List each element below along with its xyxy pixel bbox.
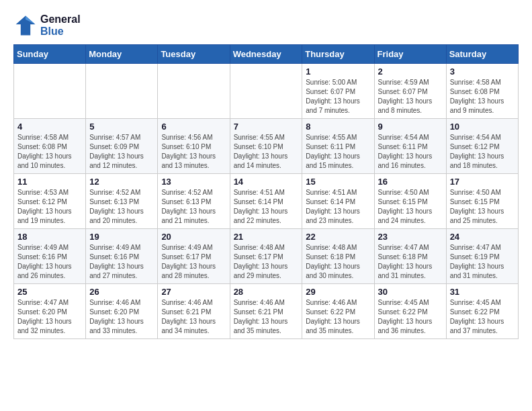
day-info: Sunrise: 4:58 AM Sunset: 6:08 PM Dayligh… bbox=[450, 78, 515, 116]
logo: General Blue bbox=[13, 13, 81, 38]
weekday-header: Tuesday bbox=[158, 45, 230, 64]
day-info: Sunrise: 4:50 AM Sunset: 6:15 PM Dayligh… bbox=[378, 188, 443, 226]
day-info: Sunrise: 4:49 AM Sunset: 6:16 PM Dayligh… bbox=[17, 243, 82, 281]
calendar-day-cell: 24Sunrise: 4:47 AM Sunset: 6:19 PM Dayli… bbox=[446, 229, 518, 284]
calendar-day-cell: 16Sunrise: 4:50 AM Sunset: 6:15 PM Dayli… bbox=[374, 174, 446, 229]
weekday-header: Thursday bbox=[302, 45, 374, 64]
calendar-day-cell: 27Sunrise: 4:46 AM Sunset: 6:21 PM Dayli… bbox=[158, 284, 230, 339]
calendar-day-cell: 19Sunrise: 4:49 AM Sunset: 6:16 PM Dayli… bbox=[86, 229, 158, 284]
day-info: Sunrise: 4:51 AM Sunset: 6:14 PM Dayligh… bbox=[306, 188, 370, 226]
day-number: 17 bbox=[450, 177, 515, 187]
calendar-day-cell bbox=[14, 64, 86, 119]
day-number: 14 bbox=[234, 177, 299, 187]
day-info: Sunrise: 4:45 AM Sunset: 6:22 PM Dayligh… bbox=[378, 298, 443, 336]
calendar-day-cell: 30Sunrise: 4:45 AM Sunset: 6:22 PM Dayli… bbox=[374, 284, 446, 339]
calendar-day-cell: 22Sunrise: 4:48 AM Sunset: 6:18 PM Dayli… bbox=[302, 229, 374, 284]
day-number: 9 bbox=[378, 122, 443, 132]
calendar-table: SundayMondayTuesdayWednesdayThursdayFrid… bbox=[13, 44, 519, 339]
calendar-day-cell: 8Sunrise: 4:55 AM Sunset: 6:11 PM Daylig… bbox=[302, 119, 374, 174]
calendar-day-cell: 15Sunrise: 4:51 AM Sunset: 6:14 PM Dayli… bbox=[302, 174, 374, 229]
calendar-day-cell: 29Sunrise: 4:46 AM Sunset: 6:22 PM Dayli… bbox=[302, 284, 374, 339]
calendar-day-cell: 6Sunrise: 4:56 AM Sunset: 6:10 PM Daylig… bbox=[158, 119, 230, 174]
day-info: Sunrise: 4:54 AM Sunset: 6:12 PM Dayligh… bbox=[450, 133, 515, 171]
day-info: Sunrise: 4:50 AM Sunset: 6:15 PM Dayligh… bbox=[450, 188, 515, 226]
day-info: Sunrise: 5:00 AM Sunset: 6:07 PM Dayligh… bbox=[306, 78, 370, 116]
day-number: 15 bbox=[306, 177, 370, 187]
day-number: 29 bbox=[306, 287, 370, 297]
calendar-week-row: 1Sunrise: 5:00 AM Sunset: 6:07 PM Daylig… bbox=[14, 64, 519, 119]
calendar-day-cell: 2Sunrise: 4:59 AM Sunset: 6:07 PM Daylig… bbox=[374, 64, 446, 119]
day-number: 6 bbox=[161, 122, 226, 132]
day-number: 7 bbox=[234, 122, 299, 132]
day-number: 2 bbox=[378, 66, 443, 77]
day-number: 20 bbox=[161, 232, 226, 242]
day-info: Sunrise: 4:51 AM Sunset: 6:14 PM Dayligh… bbox=[234, 188, 299, 226]
day-number: 19 bbox=[89, 232, 154, 242]
day-number: 18 bbox=[17, 232, 82, 242]
calendar-day-cell bbox=[230, 64, 302, 119]
calendar-day-cell: 14Sunrise: 4:51 AM Sunset: 6:14 PM Dayli… bbox=[230, 174, 302, 229]
calendar-day-cell: 20Sunrise: 4:49 AM Sunset: 6:17 PM Dayli… bbox=[158, 229, 230, 284]
calendar-week-row: 4Sunrise: 4:58 AM Sunset: 6:08 PM Daylig… bbox=[14, 119, 519, 174]
calendar-day-cell: 11Sunrise: 4:53 AM Sunset: 6:12 PM Dayli… bbox=[14, 174, 86, 229]
day-info: Sunrise: 4:56 AM Sunset: 6:10 PM Dayligh… bbox=[161, 133, 226, 171]
calendar-day-cell: 31Sunrise: 4:45 AM Sunset: 6:22 PM Dayli… bbox=[446, 284, 518, 339]
day-number: 16 bbox=[378, 177, 443, 187]
day-info: Sunrise: 4:46 AM Sunset: 6:21 PM Dayligh… bbox=[161, 298, 226, 336]
calendar-day-cell: 28Sunrise: 4:46 AM Sunset: 6:21 PM Dayli… bbox=[230, 284, 302, 339]
calendar-day-cell bbox=[86, 64, 158, 119]
day-number: 8 bbox=[306, 122, 370, 132]
day-info: Sunrise: 4:57 AM Sunset: 6:09 PM Dayligh… bbox=[89, 133, 154, 171]
weekday-header: Monday bbox=[86, 45, 158, 64]
day-info: Sunrise: 4:47 AM Sunset: 6:18 PM Dayligh… bbox=[378, 243, 443, 281]
day-info: Sunrise: 4:52 AM Sunset: 6:13 PM Dayligh… bbox=[89, 188, 154, 226]
calendar-day-cell: 13Sunrise: 4:52 AM Sunset: 6:13 PM Dayli… bbox=[158, 174, 230, 229]
weekday-header: Friday bbox=[374, 45, 446, 64]
calendar-day-cell: 26Sunrise: 4:46 AM Sunset: 6:20 PM Dayli… bbox=[86, 284, 158, 339]
calendar-day-cell: 3Sunrise: 4:58 AM Sunset: 6:08 PM Daylig… bbox=[446, 64, 518, 119]
calendar-day-cell: 18Sunrise: 4:49 AM Sunset: 6:16 PM Dayli… bbox=[14, 229, 86, 284]
day-info: Sunrise: 4:55 AM Sunset: 6:11 PM Dayligh… bbox=[306, 133, 370, 171]
calendar-day-cell: 9Sunrise: 4:54 AM Sunset: 6:11 PM Daylig… bbox=[374, 119, 446, 174]
day-number: 23 bbox=[378, 232, 443, 242]
day-number: 3 bbox=[450, 66, 515, 77]
weekday-header: Wednesday bbox=[230, 45, 302, 64]
day-info: Sunrise: 4:58 AM Sunset: 6:08 PM Dayligh… bbox=[17, 133, 82, 171]
day-info: Sunrise: 4:55 AM Sunset: 6:10 PM Dayligh… bbox=[234, 133, 299, 171]
day-number: 22 bbox=[306, 232, 370, 242]
day-number: 13 bbox=[161, 177, 226, 187]
calendar-day-cell: 10Sunrise: 4:54 AM Sunset: 6:12 PM Dayli… bbox=[446, 119, 518, 174]
calendar-day-cell: 12Sunrise: 4:52 AM Sunset: 6:13 PM Dayli… bbox=[86, 174, 158, 229]
calendar-day-cell: 4Sunrise: 4:58 AM Sunset: 6:08 PM Daylig… bbox=[14, 119, 86, 174]
weekday-header: Sunday bbox=[14, 45, 86, 64]
calendar-day-cell: 5Sunrise: 4:57 AM Sunset: 6:09 PM Daylig… bbox=[86, 119, 158, 174]
weekday-header-row: SundayMondayTuesdayWednesdayThursdayFrid… bbox=[14, 45, 519, 64]
day-number: 5 bbox=[89, 122, 154, 132]
day-info: Sunrise: 4:53 AM Sunset: 6:12 PM Dayligh… bbox=[17, 188, 82, 226]
day-info: Sunrise: 4:54 AM Sunset: 6:11 PM Dayligh… bbox=[378, 133, 443, 171]
day-info: Sunrise: 4:49 AM Sunset: 6:16 PM Dayligh… bbox=[89, 243, 154, 281]
day-number: 25 bbox=[17, 287, 82, 297]
logo-icon bbox=[13, 13, 38, 38]
day-number: 12 bbox=[89, 177, 154, 187]
calendar-week-row: 25Sunrise: 4:47 AM Sunset: 6:20 PM Dayli… bbox=[14, 284, 519, 339]
day-number: 10 bbox=[450, 122, 515, 132]
calendar-day-cell: 17Sunrise: 4:50 AM Sunset: 6:15 PM Dayli… bbox=[446, 174, 518, 229]
calendar-day-cell bbox=[158, 64, 230, 119]
day-info: Sunrise: 4:46 AM Sunset: 6:21 PM Dayligh… bbox=[234, 298, 299, 336]
day-info: Sunrise: 4:47 AM Sunset: 6:19 PM Dayligh… bbox=[450, 243, 515, 281]
calendar-week-row: 18Sunrise: 4:49 AM Sunset: 6:16 PM Dayli… bbox=[14, 229, 519, 284]
page-header: General Blue bbox=[13, 13, 519, 38]
day-info: Sunrise: 4:46 AM Sunset: 6:22 PM Dayligh… bbox=[306, 298, 370, 336]
day-number: 30 bbox=[378, 287, 443, 297]
calendar-day-cell: 1Sunrise: 5:00 AM Sunset: 6:07 PM Daylig… bbox=[302, 64, 374, 119]
day-number: 1 bbox=[306, 66, 370, 77]
day-number: 31 bbox=[450, 287, 515, 297]
day-number: 28 bbox=[234, 287, 299, 297]
day-info: Sunrise: 4:59 AM Sunset: 6:07 PM Dayligh… bbox=[378, 78, 443, 116]
calendar-day-cell: 25Sunrise: 4:47 AM Sunset: 6:20 PM Dayli… bbox=[14, 284, 86, 339]
calendar-day-cell: 21Sunrise: 4:48 AM Sunset: 6:17 PM Dayli… bbox=[230, 229, 302, 284]
day-info: Sunrise: 4:47 AM Sunset: 6:20 PM Dayligh… bbox=[17, 298, 82, 336]
day-number: 11 bbox=[17, 177, 82, 187]
calendar-day-cell: 7Sunrise: 4:55 AM Sunset: 6:10 PM Daylig… bbox=[230, 119, 302, 174]
